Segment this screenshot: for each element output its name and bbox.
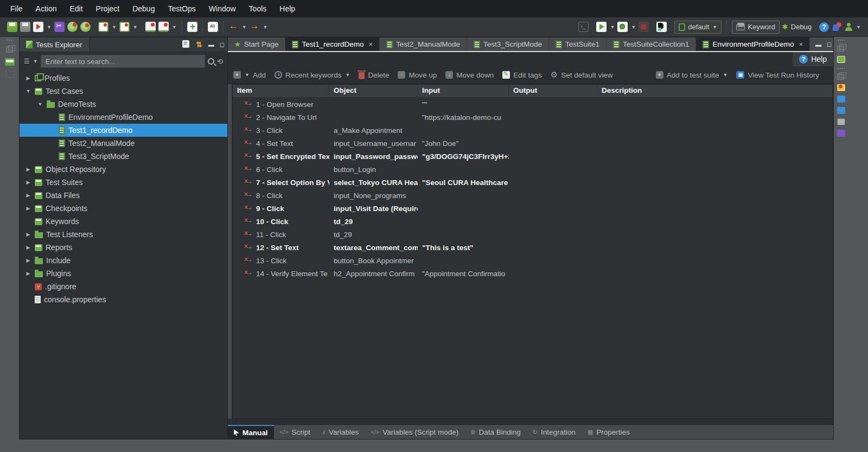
step-item-cell[interactable]: 13 - Click (233, 257, 329, 265)
restore-view-icon[interactable] (6, 47, 13, 53)
step-item-cell[interactable]: 14 - Verify Element Te (233, 270, 329, 278)
run-icon[interactable] (596, 22, 607, 32)
menu-testops[interactable]: TestOps (162, 2, 201, 15)
tree-item-environmentprofiledemo[interactable]: EnvironmentProfileDemo (20, 111, 227, 124)
rail-grip[interactable] (6, 39, 14, 41)
filter-caret[interactable]: ▼ (33, 59, 38, 64)
recent-keywords-button[interactable]: Recent keywords▼ (275, 71, 350, 79)
custom-keyword-ai-icon[interactable] (208, 22, 218, 32)
chevron-right-icon[interactable]: ▶ (25, 206, 31, 211)
column-header-description[interactable]: Description (597, 85, 833, 97)
record-icon[interactable] (33, 22, 43, 32)
move-down-button[interactable]: ↓Move down (445, 71, 494, 79)
search-icon[interactable] (208, 58, 214, 65)
console-icon[interactable] (578, 22, 589, 32)
link-with-editor-icon[interactable]: ⇅ (196, 40, 202, 49)
menu-window[interactable]: Window (203, 2, 242, 15)
chevron-right-icon[interactable]: ▶ (25, 75, 31, 81)
step-item-cell[interactable]: 10 - Click (233, 218, 329, 226)
new-test-object-icon[interactable] (187, 22, 197, 32)
chevron-right-icon[interactable]: ▶ (25, 245, 31, 250)
forward-icon[interactable] (250, 22, 260, 32)
step-item-cell[interactable]: 2 - Navigate To Url (233, 113, 329, 122)
table-row[interactable]: 6 - Clickbutton_Login (233, 163, 833, 176)
tab-environmentprofiledemo[interactable]: EnvironmentProfileDemo× (696, 37, 810, 51)
account-caret[interactable]: ▼ (856, 24, 861, 30)
grid-view-icon[interactable] (5, 71, 14, 78)
tab-testsuite1[interactable]: TestSuite1 (549, 37, 607, 51)
tab-start-page[interactable]: ★Start Page (228, 37, 285, 51)
minimize-panel-icon[interactable]: ▬ (208, 41, 214, 48)
record-dropdown-caret[interactable]: ▼ (47, 24, 52, 30)
step-object-cell[interactable]: h2_Appointment Confirm (329, 270, 418, 278)
record-windows-icon[interactable] (145, 22, 156, 32)
chevron-down-icon[interactable]: ▼ (37, 101, 43, 107)
advanced-search-icon[interactable]: ⟲ (217, 58, 223, 66)
table-row[interactable]: 3 - Clicka_Make Appointment (233, 124, 833, 137)
tree-item-test3-scriptmode[interactable]: Test3_ScriptMode (20, 150, 227, 163)
forward-caret[interactable]: ▼ (263, 24, 268, 30)
step-object-cell[interactable]: button_Login (329, 165, 418, 174)
step-object-cell[interactable]: select_Tokyo CURA Health (329, 179, 418, 187)
rail-grip[interactable] (837, 67, 845, 69)
chevron-right-icon[interactable]: ▶ (25, 258, 31, 263)
step-object-cell[interactable]: td_29 (329, 218, 418, 226)
chevron-right-icon[interactable]: ▶ (25, 193, 31, 198)
step-input-cell[interactable]: "" (418, 100, 509, 109)
maximize-editor-icon[interactable]: ◻ (827, 41, 832, 48)
menu-file[interactable]: File (4, 2, 29, 15)
view-tab-data-binding[interactable]: ≣Data Binding (464, 425, 527, 439)
collapse-all-icon[interactable] (182, 40, 189, 48)
help-badge-icon[interactable]: ? (819, 22, 829, 32)
table-row[interactable]: 14 - Verify Element Teh2_Appointment Con… (233, 267, 833, 280)
add-button[interactable]: +▼Add (233, 71, 266, 79)
spy-web-icon[interactable] (80, 22, 91, 32)
table-row[interactable]: 8 - Clickinput_None_programs (233, 189, 833, 202)
table-row[interactable]: 10 - Clicktd_29 (233, 215, 833, 228)
step-item-cell[interactable]: 4 - Set Text (233, 139, 329, 148)
tab-test3-scriptmode[interactable]: Test3_ScriptMode (467, 37, 549, 51)
move-up-button[interactable]: ↑Move up (398, 71, 437, 79)
tree-item--gitignore[interactable]: ⑂.gitignore (20, 280, 227, 293)
step-input-cell[interactable]: "Appointment Confirmatio (418, 270, 509, 278)
tree-item-reports[interactable]: ▶Reports (20, 241, 227, 254)
record-mobile-icon[interactable] (98, 22, 108, 32)
view-tab-variables[interactable]: 𝑥Variables (316, 425, 365, 439)
tree-item-checkpoints[interactable]: ▶Checkpoints (20, 202, 227, 215)
table-row[interactable]: 5 - Set Encrypted Texinput_Password_pass… (233, 150, 833, 163)
console-view-icon[interactable] (837, 56, 845, 63)
tree-item-include[interactable]: ▶Include (20, 254, 227, 267)
menu-tools[interactable]: Tools (243, 2, 273, 15)
tree-item-test1-recorddemo[interactable]: Test1_recordDemo (20, 124, 227, 137)
step-item-cell[interactable]: 8 - Click (233, 192, 329, 200)
tree-item-test-listeners[interactable]: ▶Test Listeners (20, 228, 227, 241)
testops-icon[interactable] (832, 22, 841, 32)
view-tab-integration[interactable]: ↻Integration (527, 425, 582, 439)
dropdown-caret[interactable]: ▼ (346, 72, 350, 78)
menu-help[interactable]: Help (273, 2, 301, 15)
view-tab-manual[interactable]: Manual (228, 425, 274, 439)
step-input-cell[interactable]: "g3/DOGG74jC3FIrr3yH+3 (418, 152, 509, 161)
step-object-cell[interactable]: input_Visit Date (Required (329, 205, 418, 213)
table-scrollbar[interactable] (228, 84, 232, 419)
step-item-cell[interactable]: 3 - Click (233, 126, 329, 135)
chevron-right-icon[interactable]: ▶ (25, 232, 31, 237)
job-progress-view-icon[interactable] (837, 118, 845, 125)
step-object-cell[interactable]: a_Make Appointment (329, 126, 418, 135)
step-object-cell[interactable]: button_Book Appointmer (329, 257, 418, 265)
chevron-right-icon[interactable]: ▶ (25, 167, 31, 172)
keyword-search-button[interactable]: Keyword (732, 21, 780, 34)
record-mobile-caret[interactable]: ▼ (112, 24, 117, 30)
step-item-cell[interactable]: 9 - Click (233, 205, 329, 213)
chevron-down-icon[interactable]: ▼ (25, 88, 31, 94)
step-object-cell[interactable]: input_None_programs (329, 192, 418, 200)
step-item-cell[interactable]: 5 - Set Encrypted Tex (233, 152, 329, 161)
view-tab-script[interactable]: </>Script (274, 425, 316, 439)
spy-view-icon[interactable] (837, 130, 845, 137)
tree-item-test2-manualmode[interactable]: Test2_ManualMode (20, 137, 227, 150)
table-row[interactable]: 7 - Select Option By Vselect_Tokyo CURA … (233, 176, 833, 189)
tree-item-test-cases[interactable]: ▼Test Cases (20, 85, 227, 98)
tab-test2-manualmode[interactable]: Test2_ManualMode (380, 37, 467, 51)
tree-item-plugins[interactable]: ▶Plugins (20, 267, 227, 280)
tree-item-data-files[interactable]: ▶Data Files (20, 189, 227, 202)
